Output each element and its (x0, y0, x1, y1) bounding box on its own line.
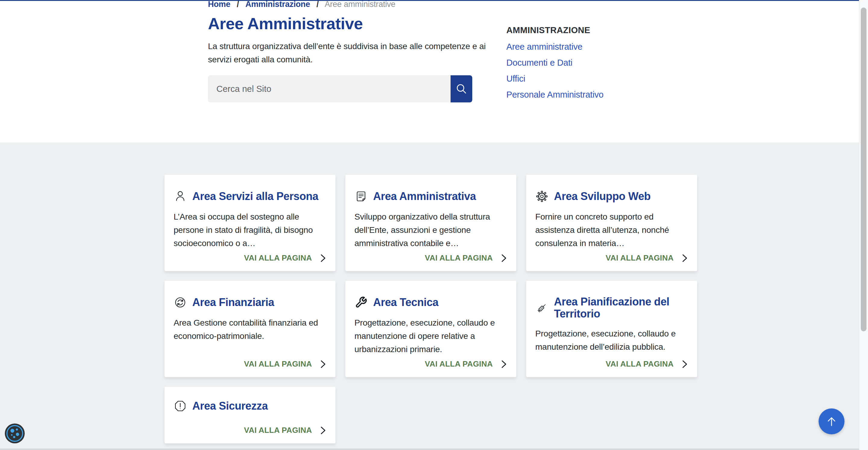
breadcrumb: Home / Amministrazione / Aree amministra… (208, 0, 396, 9)
top-border-line (0, 0, 859, 1)
scrollbar-thumb[interactable] (861, 7, 867, 331)
menu-link-uffici[interactable]: Uffici (506, 74, 693, 83)
breadcrumb-link-home[interactable]: Home (208, 0, 230, 9)
chevron-right-icon (320, 426, 327, 435)
section-menu-heading: AMMINISTRAZIONE (506, 25, 693, 35)
card-area-finanziaria: Area Finanziaria Area Gestione contabili… (164, 281, 336, 377)
vai-alla-pagina-link[interactable]: VAI ALLA PAGINA (425, 253, 507, 263)
chevron-right-icon (501, 360, 507, 369)
cookie-icon (4, 423, 25, 444)
wrench-icon (354, 296, 368, 309)
menu-link-personale-amministrativo[interactable]: Personale Amministrativo (506, 90, 693, 99)
footer-edge (0, 449, 859, 450)
areas-card-grid: Area Servizi alla Persona L’Area si occu… (164, 175, 697, 443)
card-description: Sviluppo organizzativo della struttura d… (354, 210, 507, 250)
scrollbar-track[interactable] (859, 0, 868, 450)
page-description: La struttura organizzativa dell’ente è s… (208, 40, 491, 66)
chevron-right-icon (320, 254, 327, 263)
person-icon (174, 190, 187, 203)
search-icon (455, 82, 468, 95)
arrow-up-icon (825, 415, 838, 428)
gear-icon (535, 190, 549, 203)
vai-alla-pagina-link[interactable]: VAI ALLA PAGINA (244, 253, 327, 263)
chevron-right-icon (501, 254, 507, 263)
search-button[interactable] (451, 75, 472, 102)
card-area-amministrativa: Area Amministrativa Sviluppo organizzati… (345, 175, 516, 271)
card-title-link[interactable]: Area Servizi alla Persona (192, 190, 318, 202)
menu-link-aree-amministrative[interactable]: Aree amministrative (506, 42, 693, 51)
syringe-icon (535, 301, 549, 315)
vai-alla-pagina-link[interactable]: VAI ALLA PAGINA (244, 426, 327, 435)
areas-section: Area Servizi alla Persona L’Area si occu… (0, 142, 859, 449)
card-area-pianificazione-del-territorio: Area Pianificazione del Territorio Proge… (526, 281, 697, 377)
card-description: L’Area si occupa del sostegno alle perso… (174, 210, 327, 250)
card-title-link[interactable]: Area Pianificazione del Territorio (554, 296, 688, 320)
page-header-section: Home / Amministrazione / Aree amministra… (0, 0, 859, 142)
breadcrumb-link-amministrazione[interactable]: Amministrazione (245, 0, 310, 9)
breadcrumb-current: Aree amministrative (324, 0, 396, 9)
scroll-to-top-button[interactable] (818, 409, 844, 434)
vai-alla-pagina-link[interactable]: VAI ALLA PAGINA (425, 359, 507, 369)
search-input[interactable] (208, 75, 451, 102)
site-search (208, 75, 472, 102)
section-menu: AMMINISTRAZIONE Aree amministrative Docu… (506, 25, 693, 99)
exchange-circle-icon (174, 296, 187, 309)
card-area-servizi-alla-persona: Area Servizi alla Persona L’Area si occu… (164, 175, 336, 271)
card-title-link[interactable]: Area Finanziaria (192, 296, 274, 309)
card-title-link[interactable]: Area Sicurezza (192, 400, 268, 412)
breadcrumb-separator: / (237, 0, 239, 9)
alert-octagon-icon (174, 399, 187, 413)
vai-alla-pagina-link[interactable]: VAI ALLA PAGINA (606, 253, 688, 263)
card-description: Progettazione, esecuzione, collaudo e ma… (354, 316, 507, 356)
card-description: Area Gestione contabilità finanziaria ed… (174, 316, 327, 343)
card-description: Fornire un concreto supporto ed assisten… (535, 210, 688, 250)
card-area-tecnica: Area Tecnica Progettazione, esecuzione, … (345, 281, 516, 377)
vai-alla-pagina-link[interactable]: VAI ALLA PAGINA (244, 359, 327, 369)
vai-alla-pagina-link[interactable]: VAI ALLA PAGINA (606, 359, 688, 369)
breadcrumb-separator: / (316, 0, 318, 9)
chevron-right-icon (320, 360, 327, 369)
document-icon (354, 190, 368, 203)
card-area-sviluppo-web: Area Sviluppo Web Fornire un concreto su… (526, 175, 697, 271)
page-intro-column: Aree Amministrative La struttura organiz… (208, 14, 491, 102)
cookie-settings-button[interactable] (4, 423, 25, 444)
card-title-link[interactable]: Area Tecnica (373, 296, 438, 309)
chevron-right-icon (681, 360, 688, 369)
card-title-link[interactable]: Area Sviluppo Web (554, 190, 651, 202)
card-title-link[interactable]: Area Amministrativa (373, 190, 476, 202)
card-area-sicurezza: Area Sicurezza VAI ALLA PAGINA (164, 387, 336, 443)
menu-link-documenti-e-dati[interactable]: Documenti e Dati (506, 58, 693, 67)
page-title: Aree Amministrative (208, 14, 491, 33)
card-description: Progettazione, esecuzione, collaudo e ma… (535, 327, 688, 354)
chevron-right-icon (681, 254, 688, 263)
